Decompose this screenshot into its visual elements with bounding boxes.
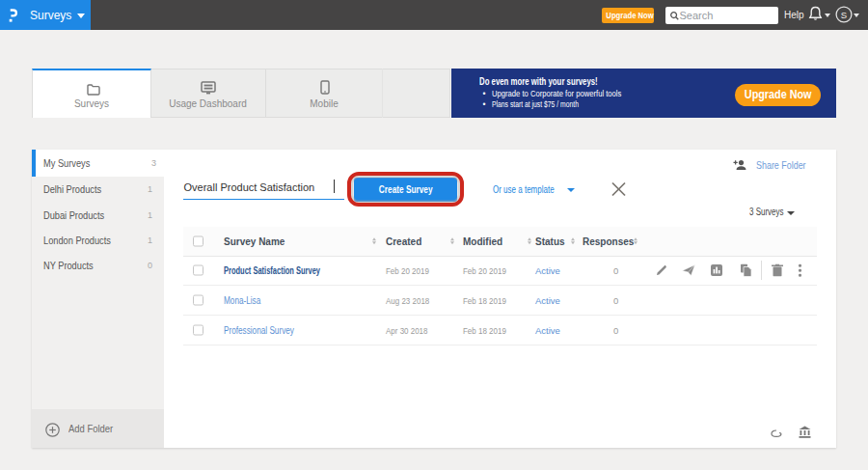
svg-text:S: S (840, 10, 846, 20)
